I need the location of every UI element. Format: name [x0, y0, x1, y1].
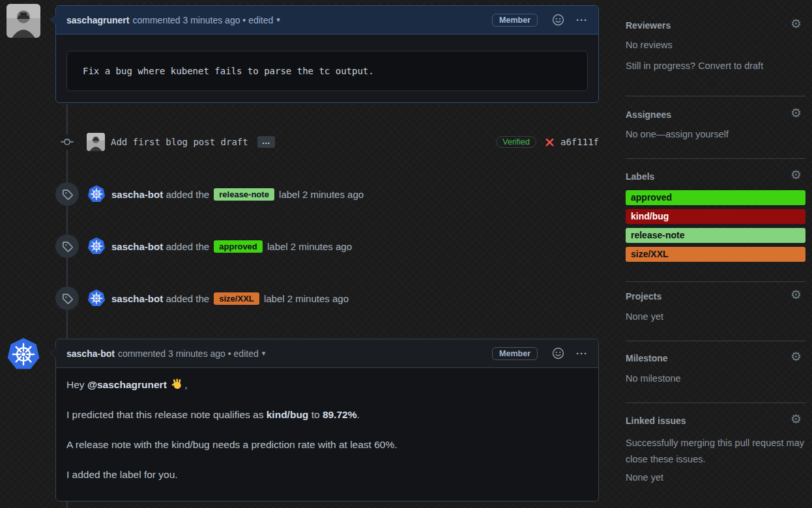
- sidebar-divider: [626, 402, 805, 403]
- tag-icon: [62, 189, 73, 200]
- label-event-row: sascha-bot added the size/XXL label 2 mi…: [55, 287, 599, 310]
- projects-gear-icon[interactable]: ⚙: [790, 289, 802, 301]
- verified-badge[interactable]: Verified: [496, 136, 536, 148]
- avatar-saschagrunert[interactable]: [7, 4, 40, 38]
- commit-event-row: Add first blog post draft … Verified a6f…: [55, 130, 599, 154]
- edited-dropdown-caret[interactable]: ▾: [262, 349, 266, 358]
- comment-meta: commented 3 minutes ago • edited: [132, 15, 273, 25]
- tag-icon: [62, 293, 73, 304]
- sidebar-label-kind-bug[interactable]: kind/bug: [626, 209, 805, 224]
- sidebar-label-approved[interactable]: approved: [626, 190, 805, 205]
- assignees-empty[interactable]: No one—assign yourself: [626, 129, 805, 139]
- smiley-icon: [552, 14, 564, 26]
- comment-body: Hey @saschagrunert , I predicted that th…: [56, 368, 598, 498]
- milestone-gear-icon[interactable]: ⚙: [790, 350, 802, 363]
- tag-icon: [62, 241, 73, 252]
- bubble-caret: [51, 14, 56, 25]
- commit-description-toggle[interactable]: …: [257, 136, 275, 148]
- sidebar-label-release-note[interactable]: release-note: [626, 228, 805, 243]
- sidebar-label-size-xxl[interactable]: size/XXL: [626, 247, 805, 262]
- sidebar-divider: [626, 281, 805, 282]
- event-suffix: label 2 minutes ago: [279, 189, 364, 200]
- commit-icon: [59, 134, 75, 150]
- comment-paragraph: A release note with the kind/bug needs a…: [66, 437, 588, 453]
- member-badge: Member: [492, 14, 538, 27]
- projects-empty: None yet: [626, 311, 805, 322]
- mention-link[interactable]: @saschagrunert: [87, 379, 167, 390]
- convert-to-draft-link[interactable]: Convert to draft: [698, 61, 763, 71]
- assignees-section-header: Assignees ⚙: [626, 109, 805, 120]
- code-block: Fix a bug where kubenet fails to parse t…: [66, 51, 588, 91]
- reviewers-section-header: Reviewers ⚙: [626, 20, 805, 31]
- emoji-reaction-button[interactable]: [552, 347, 564, 360]
- event-action: added the: [166, 241, 209, 252]
- milestone-empty: No milestone: [626, 373, 805, 384]
- comment-paragraph: I added the label for you.: [66, 467, 588, 483]
- comment-header: sascha-bot commented 3 minutes ago • edi…: [56, 339, 598, 368]
- event-action: added the: [166, 293, 209, 304]
- event-suffix: label 2 minutes ago: [264, 293, 349, 304]
- comment-sascha-bot: sascha-bot commented 3 minutes ago • edi…: [55, 339, 599, 501]
- labels-section-header: Labels ⚙: [626, 171, 805, 182]
- tag-event-badge: [55, 182, 79, 206]
- labels-title: Labels: [626, 171, 654, 182]
- commit-sha-link[interactable]: a6f111f: [560, 137, 599, 147]
- sidebar-divider: [626, 158, 805, 159]
- reviewers-hint: Still in progress? Convert to draft: [626, 61, 805, 71]
- avatar-sascha-bot-small[interactable]: [87, 185, 106, 203]
- tag-event-badge: [55, 287, 79, 310]
- projects-title: Projects: [626, 291, 661, 302]
- wave-emoji: [171, 378, 183, 390]
- linked-issues-title: Linked issues: [626, 416, 686, 426]
- edited-dropdown-caret[interactable]: ▾: [276, 16, 280, 24]
- event-author-link[interactable]: sascha-bot: [111, 293, 163, 304]
- avatar-saschagrunert-small[interactable]: [87, 133, 105, 151]
- assignees-gear-icon[interactable]: ⚙: [790, 107, 802, 119]
- assignees-title: Assignees: [626, 109, 671, 120]
- pull-request-page: saschagrunert commented 3 minutes ago • …: [0, 0, 812, 508]
- sidebar-divider: [626, 341, 805, 341]
- linked-issues-gear-icon[interactable]: ⚙: [790, 413, 802, 425]
- comment-body: Fix a bug where kubenet fails to parse t…: [56, 35, 598, 102]
- linked-issues-section-header: Linked issues ⚙: [626, 415, 805, 427]
- event-suffix: label 2 minutes ago: [267, 241, 352, 252]
- reviewers-title: Reviewers: [626, 20, 671, 31]
- comment-saschagrunert: saschagrunert commented 3 minutes ago • …: [55, 5, 599, 103]
- reviewers-empty: No reviews: [626, 40, 805, 50]
- label-pill[interactable]: release-note: [214, 188, 274, 201]
- comment-author-link[interactable]: sascha-bot: [66, 348, 115, 359]
- commit-message-link[interactable]: Add first blog post draft: [111, 137, 248, 147]
- label-pill[interactable]: approved: [214, 240, 263, 253]
- comment-paragraph: I predicted that this release note quali…: [66, 407, 588, 423]
- avatar-sascha-bot-small[interactable]: [87, 237, 106, 255]
- comment-paragraph: Hey @saschagrunert ,: [66, 377, 588, 393]
- labels-gear-icon[interactable]: ⚙: [790, 169, 802, 181]
- linked-issues-empty: None yet: [626, 472, 805, 483]
- sidebar-divider: [626, 96, 805, 96]
- comment-author-link[interactable]: saschagrunert: [66, 15, 129, 25]
- milestone-title: Milestone: [626, 353, 668, 363]
- event-author-link[interactable]: sascha-bot: [111, 189, 163, 200]
- comment-header: saschagrunert commented 3 minutes ago • …: [56, 6, 598, 35]
- linked-issues-desc: Successfully merging this pull request m…: [626, 435, 805, 468]
- member-badge: Member: [492, 347, 538, 360]
- event-action: added the: [166, 189, 209, 200]
- label-event-row: sascha-bot added the approved label 2 mi…: [55, 234, 599, 258]
- label-event-row: sascha-bot added the release-note label …: [55, 182, 599, 206]
- comment-options-button[interactable]: ···: [576, 348, 588, 359]
- label-pill[interactable]: size/XXL: [214, 292, 259, 305]
- avatar-sascha-bot-small[interactable]: [87, 289, 106, 307]
- event-author-link[interactable]: sascha-bot: [111, 241, 163, 252]
- comment-options-button[interactable]: ···: [576, 14, 588, 25]
- milestone-section-header: Milestone ⚙: [626, 352, 805, 364]
- tag-event-badge: [55, 234, 79, 258]
- projects-section-header: Projects ⚙: [626, 290, 805, 302]
- emoji-reaction-button[interactable]: [552, 14, 564, 26]
- bubble-caret: [51, 348, 56, 358]
- status-failed-icon[interactable]: [545, 137, 555, 147]
- comment-meta: commented 3 minutes ago • edited: [118, 348, 259, 359]
- reviewers-gear-icon[interactable]: ⚙: [790, 18, 802, 30]
- avatar-sascha-bot[interactable]: [7, 337, 40, 371]
- smiley-icon: [552, 347, 564, 360]
